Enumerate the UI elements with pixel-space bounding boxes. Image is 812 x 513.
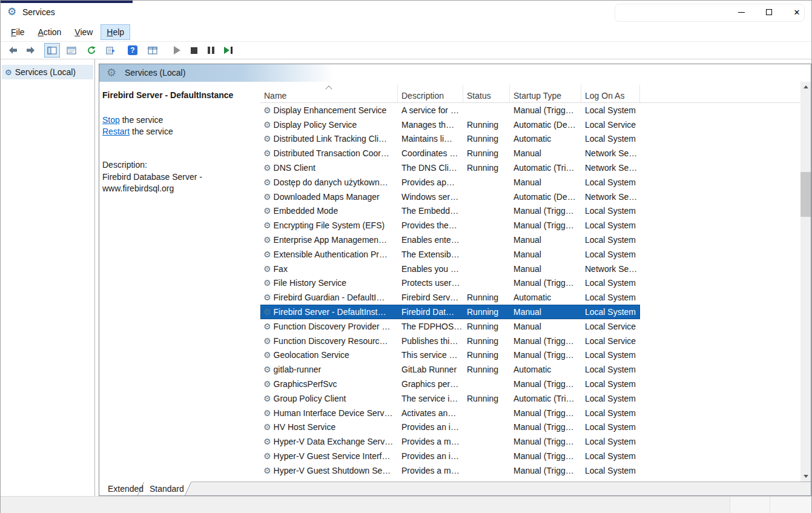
tab-extended[interactable]: Extended [108,482,144,495]
service-row[interactable]: ⚙HV Host ServiceProvides an i…Manual (Tr… [260,420,640,435]
service-table-body: ⚙Display Enhancement ServiceA service fo… [260,103,640,483]
scroll-down-icon [804,475,808,478]
service-description: A service for … [398,105,463,115]
service-startup-type: Automatic (De… [510,120,581,130]
menu-file[interactable]: File [5,24,30,40]
maximize-button[interactable] [755,1,783,24]
service-description: Maintains li… [398,134,463,144]
service-status: Running [463,163,510,173]
service-row[interactable]: ⚙gitlab-runnerGitLab RunnerRunningAutoma… [260,362,640,377]
service-row[interactable]: ⚙Display Enhancement ServiceA service fo… [260,103,640,117]
pause-service-button[interactable] [203,43,219,58]
refresh-button[interactable] [84,43,99,58]
service-name: ⚙gitlab-runner [260,365,398,374]
service-row[interactable]: ⚙Function Discovery Resourc…Publishes th… [260,334,640,348]
restart-service-link[interactable]: Restart [102,127,130,136]
service-row[interactable]: ⚙Human Interface Device Serv…Activates a… [260,406,640,420]
service-startup-type: Manual [510,307,581,317]
service-gear-icon: ⚙ [263,337,271,345]
service-status: Running [463,322,510,331]
view-columns-button[interactable] [145,43,160,58]
service-row[interactable]: ⚙Group Policy ClientThe service i…Runnin… [260,391,640,406]
service-logon-as: Local System [581,422,640,432]
service-row[interactable]: ⚙Distributed Link Tracking Cli…Maintains… [260,132,640,147]
service-row[interactable]: ⚙Hyper-V Data Exchange Serv…Provides a m… [260,434,640,449]
service-gear-icon: ⚙ [263,308,271,316]
service-logon-as: Local Service [581,336,640,346]
service-row[interactable]: ⚙Distributed Transaction Coor…Coordinate… [260,146,640,161]
tab-standard[interactable]: Standard [150,482,184,495]
title-bar[interactable]: ⚙ Services ✕ [1,1,811,24]
menu-help[interactable]: Help [101,24,130,40]
console-tree-icon [47,46,57,55]
tree-item-services-local[interactable]: ⚙ Services (Local) [2,65,93,79]
service-row[interactable]: ⚙Extensible Authentication Pr…The Extens… [260,247,640,262]
properties-button[interactable] [64,43,79,58]
menu-view[interactable]: View [69,24,98,40]
service-logon-as: Local System [581,105,640,115]
service-row[interactable]: ⚙Encrypting File System (EFS)Provides th… [260,218,640,233]
service-row[interactable]: ⚙Hyper-V Guest Service Interf…Provides a… [260,449,640,463]
column-header-filler [640,85,800,102]
service-row[interactable]: ⚙Firebird Server - DefaultInst…Firebird … [260,305,640,319]
service-row[interactable]: ⚙Embedded ModeThe Embedd…Manual (Trigg…L… [260,204,640,219]
scrollbar-thumb[interactable] [800,172,811,217]
back-button[interactable] [5,43,21,58]
vertical-scrollbar[interactable] [800,82,811,482]
start-service-button[interactable] [169,43,185,58]
service-name: ⚙Embedded Mode [260,206,398,216]
restart-service-button[interactable] [220,43,236,58]
service-row[interactable]: ⚙FaxEnables you …ManualNetwork Se… [260,262,640,276]
service-description: Provides ap… [398,177,463,187]
service-row[interactable]: ⚙Enterprise App Managemen…Enables ente…M… [260,233,640,247]
service-description: Graphics per… [398,379,463,389]
service-name: ⚙Human Interface Device Serv… [260,408,398,418]
close-button[interactable]: ✕ [783,1,811,24]
scroll-down-button[interactable] [800,471,811,482]
service-row[interactable]: ⚙Hyper-V Guest Shutdown Se…Provides a m…… [260,463,640,478]
service-row[interactable]: ⚙DNS ClientThe DNS Cli…RunningAutomatic … [260,161,640,175]
service-gear-icon: ⚙ [263,423,271,431]
console-tree-pane: ⚙ Services (Local) [1,59,95,496]
menu-action[interactable]: Action [32,24,67,40]
export-list-button[interactable] [103,43,119,58]
service-status: Running [463,307,510,317]
service-logon-as: Local Service [581,322,640,331]
service-status: Running [463,394,510,403]
service-row[interactable]: ⚙Geolocation ServiceThis service …Runnin… [260,348,640,363]
service-row[interactable]: ⚙Function Discovery Provider …The FDPHOS… [260,319,640,334]
service-row[interactable]: ⚙Firebird Guardian - DefaultI…Firebird S… [260,290,640,305]
service-startup-type: Manual (Trigg… [510,206,581,216]
refresh-icon [87,45,96,55]
service-name: ⚙GraphicsPerfSvc [260,379,398,389]
pane-header: ⚙ Services (Local) [99,64,811,82]
stop-service-link[interactable]: Stop [102,115,120,125]
service-row[interactable]: ⚙File History ServiceProtects user…Manua… [260,276,640,291]
service-logon-as: Local System [581,177,640,187]
service-name: ⚙Encrypting File System (EFS) [260,220,398,230]
service-status: Running [463,148,510,158]
service-row[interactable]: ⚙Downloaded Maps ManagerWindows ser…Auto… [260,190,640,204]
show-console-tree-button[interactable] [44,43,60,58]
service-gear-icon: ⚙ [263,134,271,143]
service-row[interactable]: ⚙Dostęp do danych użytkown…Provides ap…M… [260,175,640,190]
service-gear-icon: ⚙ [263,164,271,172]
stop-service-button[interactable] [186,43,202,58]
content-pane: ⚙ Services (Local) Firebird Server - Def… [99,64,811,496]
column-header-log-on-as[interactable]: Log On As [581,85,640,102]
service-row[interactable]: ⚙Display Policy ServiceManages th…Runnin… [260,117,640,132]
minimize-button[interactable] [727,1,755,24]
service-name: ⚙File History Service [260,278,398,288]
column-header-description[interactable]: Description [398,85,463,102]
forward-button[interactable] [22,43,38,58]
help-button[interactable]: ? [125,43,140,58]
service-row[interactable]: ⚙GraphicsPerfSvcGraphics per…Manual (Tri… [260,377,640,391]
service-startup-type: Manual (Trigg… [510,437,581,446]
column-header-status[interactable]: Status [463,85,510,102]
service-startup-type: Automatic [510,293,581,302]
column-header-startup-type[interactable]: Startup Type [510,85,581,102]
pane-header-title: Services (Local) [125,64,185,82]
scroll-up-button[interactable] [800,82,811,92]
column-header-name[interactable]: Name [260,85,398,102]
service-name: ⚙Downloaded Maps Manager [260,192,398,202]
